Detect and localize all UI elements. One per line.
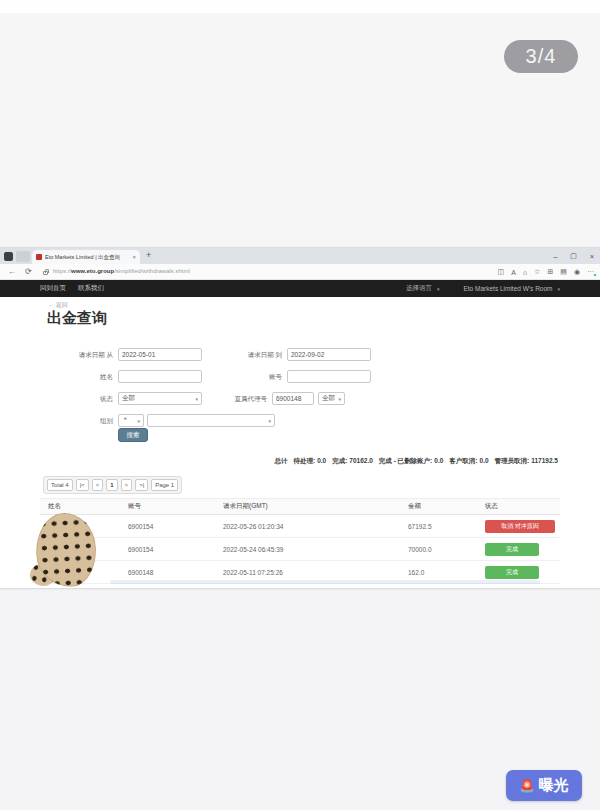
cell-date: 2022-05-24 06:45:39 bbox=[223, 546, 408, 553]
account-input[interactable] bbox=[287, 370, 371, 383]
image-counter-badge: 3/4 bbox=[504, 40, 578, 73]
nav-home-link[interactable]: 回到首页 bbox=[40, 284, 66, 293]
pagination-total: Total 4 bbox=[47, 479, 73, 491]
photo-background: 3/4 Eto Markets Limited | 出金查询 × + – ▢ ×… bbox=[0, 0, 600, 810]
agent-scope-select[interactable]: 全部 ▾ bbox=[318, 392, 345, 405]
browser-address-bar: ← ⟳ https://www.eto.group/simplified/wit… bbox=[0, 264, 600, 280]
collections-icon[interactable]: ▤ bbox=[560, 268, 567, 276]
page-title: 出金查询 bbox=[47, 309, 107, 328]
date-to-label: 请求日期 到 bbox=[209, 348, 282, 361]
read-aloud-icon[interactable]: A bbox=[511, 269, 516, 276]
window-menu-icon[interactable] bbox=[4, 252, 13, 261]
language-menu[interactable]: 选择语言 bbox=[406, 284, 432, 293]
group-op-value: ＊ bbox=[122, 416, 129, 425]
chevron-down-icon: ▾ bbox=[268, 418, 271, 424]
summary-stats: 总计 待处理: 0.0 完成: 70162.0 完成 - 已删除账户: 0.0 … bbox=[274, 457, 558, 466]
search-button[interactable]: 搜索 bbox=[118, 428, 148, 442]
photo-reflection-smear bbox=[110, 580, 540, 584]
stats-total-label: 总计 bbox=[274, 457, 287, 466]
pagination-current-page[interactable]: 1 bbox=[106, 479, 117, 491]
pinned-tab[interactable] bbox=[16, 251, 30, 262]
page-content: ← 返回 出金查询 请求日期 从 请求日期 到 姓名 账号 状态 全部 ▾ 直属… bbox=[0, 297, 600, 588]
navbar-right: 选择语言 ▾ Eto Markets Limited W's Room ▾ bbox=[406, 284, 560, 293]
cell-account: 6900148 bbox=[128, 569, 223, 576]
agent-label: 直属代理号 bbox=[194, 392, 267, 405]
chevron-down-icon: ▾ bbox=[137, 418, 140, 424]
more-menu-button[interactable]: ⋯ bbox=[587, 268, 594, 276]
date-from-input[interactable] bbox=[118, 348, 202, 361]
pagination-first-button[interactable]: |< bbox=[76, 479, 89, 491]
url-host: www.eto.group bbox=[71, 268, 114, 274]
pagination-prev-button[interactable]: < bbox=[92, 479, 104, 491]
photo-top-band bbox=[0, 0, 600, 13]
status-cancelled-button[interactable]: 取消 对冲原因 bbox=[485, 520, 555, 533]
profile-avatar[interactable]: ◉ bbox=[574, 268, 580, 276]
agent-scope-value: 全部 bbox=[322, 394, 335, 403]
nav-contact-link[interactable]: 联系我们 bbox=[78, 284, 104, 293]
image-counter-text: 3/4 bbox=[526, 45, 557, 68]
chevron-down-icon: ▾ bbox=[437, 286, 440, 292]
favorites-icon[interactable]: ☆ bbox=[534, 268, 540, 276]
active-tab[interactable]: Eto Markets Limited | 出金查询 × bbox=[32, 250, 140, 264]
update-dot-icon bbox=[593, 273, 597, 277]
stat-value: 117192.5 bbox=[531, 457, 558, 466]
header-date: 请求日期(GMT) bbox=[223, 502, 408, 511]
tab-title: Eto Markets Limited | 出金查询 bbox=[45, 254, 129, 261]
group-op-select[interactable]: ＊ ▾ bbox=[118, 414, 144, 427]
extensions-icon[interactable]: ⊞ bbox=[547, 268, 553, 276]
url-path: /simplified/withdrawals.shtml bbox=[114, 268, 190, 274]
cell-amount: 70000.0 bbox=[408, 546, 485, 553]
home-icon[interactable]: ⌂ bbox=[523, 269, 527, 276]
table-row[interactable]: 6900154 2022-05-24 06:45:39 70000.0 完成 bbox=[40, 538, 560, 561]
status-done-button[interactable]: 完成 bbox=[485, 543, 539, 556]
date-from-label: 请求日期 从 bbox=[40, 348, 113, 361]
pagination-next-button[interactable]: > bbox=[121, 479, 133, 491]
cell-status: 取消 对冲原因 bbox=[485, 520, 560, 533]
status-select-value: 全部 bbox=[122, 394, 135, 403]
split-screen-icon[interactable]: ◫ bbox=[498, 268, 505, 276]
stat-label: 完成: bbox=[332, 457, 347, 466]
stat-value: 0.0 bbox=[317, 457, 326, 466]
withdrawals-table: 姓名 账号 请求日期(GMT) 金额 状态 6900154 2022-05-26… bbox=[40, 498, 560, 584]
back-icon[interactable]: ← bbox=[8, 267, 16, 276]
table-header-row: 姓名 账号 请求日期(GMT) 金额 状态 bbox=[40, 498, 560, 515]
expose-button[interactable]: 🚨 曝光 bbox=[506, 770, 582, 801]
chevron-down-icon: ▾ bbox=[338, 396, 341, 402]
stat-done-deleted: 完成 - 已删除账户: 0.0 bbox=[379, 457, 444, 466]
tab-close-icon[interactable]: × bbox=[132, 254, 136, 260]
expose-button-label: 曝光 bbox=[538, 776, 568, 795]
stat-label: 管理员取消: bbox=[495, 457, 530, 466]
status-done-button[interactable]: 完成 bbox=[485, 566, 539, 579]
maximize-button[interactable]: ▢ bbox=[570, 252, 577, 260]
close-button[interactable]: × bbox=[590, 253, 594, 260]
window-controls: – ▢ × bbox=[553, 248, 594, 264]
pagination-page-label: Page 1 bbox=[151, 479, 178, 491]
site-favicon-icon bbox=[36, 254, 42, 260]
agent-input[interactable] bbox=[272, 392, 314, 405]
browser-tab-bar: Eto Markets Limited | 出金查询 × + – ▢ × bbox=[0, 248, 600, 264]
date-to-input[interactable] bbox=[287, 348, 371, 361]
header-status: 状态 bbox=[485, 502, 560, 511]
name-input[interactable] bbox=[118, 370, 202, 383]
url-field[interactable]: https://www.eto.group/simplified/withdra… bbox=[53, 268, 190, 274]
status-select[interactable]: 全部 ▾ bbox=[118, 392, 202, 405]
cell-amount: 162.0 bbox=[408, 569, 485, 576]
site-navbar: 回到首页 联系我们 选择语言 ▾ Eto Markets Limited W's… bbox=[0, 280, 600, 297]
stat-value: 0.0 bbox=[434, 457, 443, 466]
siren-icon: 🚨 bbox=[520, 779, 535, 793]
table-row[interactable]: 6900154 2022-05-26 01:20:34 67192.5 取消 对… bbox=[40, 515, 560, 538]
stat-label: 完成 - 已删除账户: bbox=[379, 457, 432, 466]
account-menu[interactable]: Eto Markets Limited W's Room bbox=[463, 285, 552, 292]
refresh-icon[interactable]: ⟳ bbox=[25, 267, 32, 276]
stat-value: 0.0 bbox=[480, 457, 489, 466]
new-tab-button[interactable]: + bbox=[146, 250, 151, 260]
group-select[interactable]: ▾ bbox=[147, 414, 275, 427]
minimize-button[interactable]: – bbox=[553, 253, 557, 260]
browser-window: Eto Markets Limited | 出金查询 × + – ▢ × ← ⟳… bbox=[0, 248, 600, 588]
pagination-last-button[interactable]: >| bbox=[135, 479, 148, 491]
url-scheme: https:// bbox=[53, 268, 71, 274]
pagination-bar: Total 4 |< < 1 > >| Page 1 bbox=[43, 476, 182, 494]
browser-toolbar-icons: ◫ A ⌂ ☆ ⊞ ▤ ◉ ⋯ bbox=[498, 264, 594, 280]
lock-icon bbox=[43, 271, 48, 275]
cell-amount: 67192.5 bbox=[408, 523, 485, 530]
